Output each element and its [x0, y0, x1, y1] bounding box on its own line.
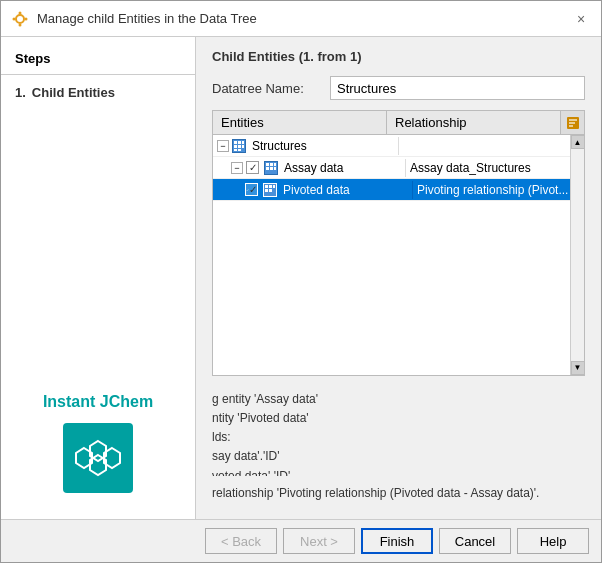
table-row[interactable]: Pivoted data Pivoting relationship (Pivo… — [213, 179, 584, 201]
entity-icon-0 — [232, 139, 246, 153]
svg-point-3 — [13, 17, 16, 20]
svg-rect-15 — [242, 141, 244, 144]
cell-entities-0: − Structures — [213, 137, 399, 155]
scroll-up-arrow[interactable]: ▲ — [571, 135, 585, 149]
svg-rect-28 — [269, 185, 272, 188]
info-text: g entity 'Assay data' ntity 'Pivoted dat… — [212, 386, 585, 476]
svg-rect-25 — [270, 167, 273, 170]
info-extra: relationship 'Pivoting relationship (Piv… — [212, 480, 585, 507]
cancel-button[interactable]: Cancel — [439, 528, 511, 554]
svg-rect-18 — [242, 145, 244, 148]
cell-entities-1: − Assay data — [213, 159, 406, 177]
svg-point-4 — [25, 17, 28, 20]
svg-rect-31 — [269, 189, 272, 192]
sidebar-title: Steps — [1, 47, 195, 75]
main-panel: Child Entities (1. from 1) Datatree Name… — [196, 37, 601, 519]
sidebar-item-child-entities[interactable]: 1. Child Entities — [1, 81, 195, 104]
svg-rect-14 — [238, 141, 241, 144]
close-button[interactable]: × — [571, 9, 591, 29]
entity-name-1: Assay data — [284, 161, 343, 175]
panel-title: Child Entities (1. from 1) — [212, 49, 585, 64]
svg-rect-29 — [273, 185, 275, 188]
svg-point-0 — [16, 15, 24, 23]
dialog-icon — [11, 10, 29, 28]
title-bar: Manage child Entities in the Data Tree × — [1, 1, 601, 37]
svg-rect-19 — [234, 149, 237, 151]
cell-relationship-1: Assay data_Structures — [406, 159, 584, 177]
svg-rect-22 — [270, 163, 273, 166]
filter-icon — [566, 116, 580, 130]
col-relationship-header: Relationship — [387, 111, 560, 134]
table-scrollbar[interactable]: ▲ ▼ — [570, 135, 584, 375]
table-row[interactable]: − Structures — [213, 135, 584, 157]
svg-rect-27 — [265, 185, 268, 188]
svg-rect-17 — [238, 145, 241, 148]
dialog-title: Manage child Entities in the Data Tree — [37, 11, 257, 26]
cell-relationship-2: Pivoting relationship (Pivot... — [413, 181, 584, 199]
expand-icon-0[interactable]: − — [217, 140, 229, 152]
svg-rect-16 — [234, 145, 237, 148]
dialog: Manage child Entities in the Data Tree ×… — [0, 0, 602, 563]
entity-name-2: Pivoted data — [283, 183, 350, 197]
entity-icon-1 — [264, 161, 278, 175]
entities-table: Entities Relationship — [212, 110, 585, 376]
svg-rect-24 — [266, 167, 269, 170]
datatree-label: Datatree Name: — [212, 81, 322, 96]
sidebar-bottom: Instant JChem — [1, 377, 195, 509]
svg-point-2 — [19, 23, 22, 26]
brand-logo-icon — [73, 433, 123, 483]
svg-rect-30 — [265, 189, 268, 192]
table-header: Entities Relationship — [213, 111, 584, 135]
svg-rect-26 — [274, 167, 276, 170]
brand-logo — [63, 423, 133, 493]
cell-entities-2: Pivoted data — [213, 181, 413, 199]
finish-button[interactable]: Finish — [361, 528, 433, 554]
svg-rect-20 — [238, 149, 241, 151]
col-entities-header: Entities — [213, 111, 387, 134]
content-area: Steps 1. Child Entities Instant JChem — [1, 37, 601, 519]
table-row[interactable]: − Assay data Assay data_Structures — [213, 157, 584, 179]
brand-name: Instant JChem — [17, 393, 179, 411]
checkbox-1[interactable] — [246, 161, 259, 174]
expand-icon-1[interactable]: − — [231, 162, 243, 174]
table-filter-icon[interactable] — [560, 111, 584, 134]
scroll-down-arrow[interactable]: ▼ — [571, 361, 585, 375]
next-button[interactable]: Next > — [283, 528, 355, 554]
table-body: − Structures − — [213, 135, 584, 375]
cell-relationship-0 — [399, 144, 584, 148]
help-button[interactable]: Help — [517, 528, 589, 554]
checkbox-2[interactable] — [245, 183, 258, 196]
sidebar-item-label: Child Entities — [32, 85, 115, 100]
svg-rect-13 — [234, 141, 237, 144]
sidebar: Steps 1. Child Entities Instant JChem — [1, 37, 196, 519]
back-button[interactable]: < Back — [205, 528, 277, 554]
scroll-track — [571, 149, 585, 361]
svg-rect-21 — [266, 163, 269, 166]
sidebar-item-number: 1. — [15, 85, 26, 100]
svg-marker-7 — [76, 448, 92, 468]
svg-rect-23 — [274, 163, 276, 166]
datatree-input[interactable] — [330, 76, 585, 100]
title-bar-left: Manage child Entities in the Data Tree — [11, 10, 257, 28]
entity-name-0: Structures — [252, 139, 307, 153]
svg-marker-8 — [104, 448, 120, 468]
svg-point-1 — [19, 11, 22, 14]
footer: < Back Next > Finish Cancel Help — [1, 519, 601, 562]
entity-icon-2 — [263, 183, 277, 197]
datatree-row: Datatree Name: — [212, 76, 585, 100]
